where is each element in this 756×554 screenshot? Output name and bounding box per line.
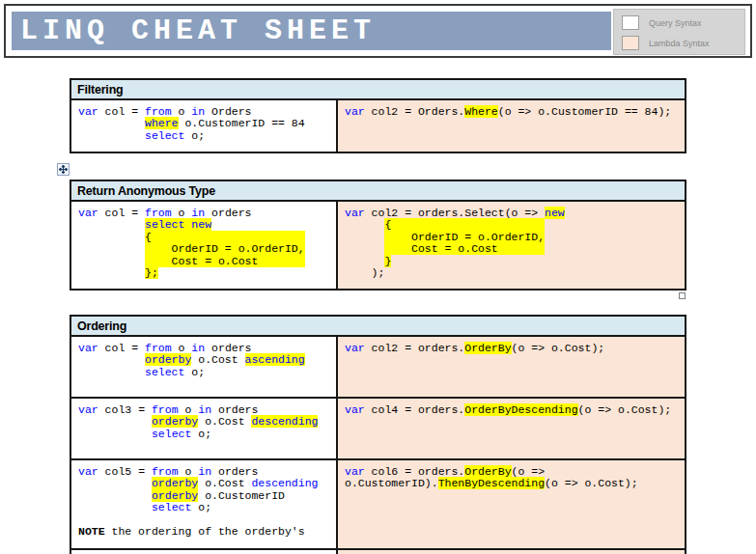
highlighted-code-token: orderby bbox=[152, 477, 198, 489]
lambda-code bbox=[338, 550, 685, 554]
code-token: in bbox=[191, 105, 205, 118]
code-token: select bbox=[152, 428, 191, 440]
section-title: Return Anonymous Type bbox=[77, 184, 215, 198]
code-token: var bbox=[78, 207, 98, 219]
lambda-code: var col2 = Orders.Where(o => o.CustomerI… bbox=[338, 100, 685, 118]
code-token: col = bbox=[98, 207, 145, 219]
code-token: ); bbox=[345, 266, 384, 279]
code-token bbox=[78, 129, 145, 142]
highlighted-code-token: OrderByDescending bbox=[464, 403, 577, 416]
code-token: o.CustomerID == 84 bbox=[179, 117, 305, 129]
lambda-code-cell[interactable]: var col2 = Orders.Where(o => o.CustomerI… bbox=[338, 100, 685, 152]
code-token: from bbox=[145, 105, 172, 118]
code-token bbox=[78, 242, 145, 255]
highlighted-code-token: Cost = o.Cost bbox=[384, 242, 545, 255]
lambda-code: var col2 = orders.Select(o => new { Orde… bbox=[338, 202, 685, 279]
code-token: var bbox=[345, 207, 365, 219]
highlighted-code-token: new bbox=[545, 207, 565, 219]
lambda-code-cell[interactable]: var col2 = orders.Select(o => new { Orde… bbox=[338, 202, 685, 289]
highlighted-code-token: select new bbox=[145, 218, 211, 231]
code-token: col6 = orders. bbox=[365, 465, 465, 478]
code-token: from bbox=[145, 342, 172, 354]
lambda-code: var col4 = orders.OrderByDescending(o =>… bbox=[338, 399, 685, 416]
code-token: orders bbox=[211, 403, 258, 416]
query-code-cell[interactable]: var col5 = from o in orders orderby o.Co… bbox=[71, 460, 338, 548]
section-header-filtering[interactable]: Filtering bbox=[71, 80, 685, 100]
code-token: o.Cost bbox=[198, 477, 251, 489]
code-token bbox=[78, 266, 145, 279]
query-code-cell[interactable] bbox=[71, 550, 338, 554]
query-code-cell[interactable]: var col = from o in orders orderby o.Cos… bbox=[71, 337, 338, 397]
code-token: from bbox=[152, 403, 179, 416]
query-code-cell[interactable]: var col3 = from o in orders orderby o.Co… bbox=[71, 399, 338, 458]
lambda-code-cell[interactable]: var col4 = orders.OrderByDescending(o =>… bbox=[338, 399, 685, 458]
lambda-code-cell[interactable]: var col6 = orders.OrderBy(o => o.Custome… bbox=[338, 460, 685, 548]
query-code: var col = from o in orders orderby o.Cos… bbox=[71, 337, 336, 378]
code-token bbox=[345, 242, 384, 255]
code-token: var bbox=[345, 105, 365, 118]
highlighted-code-token: where bbox=[145, 117, 179, 129]
code-token: in bbox=[191, 342, 205, 354]
query-code-cell[interactable]: var col = from o in Orders where o.Custo… bbox=[71, 100, 338, 152]
code-token: o; bbox=[184, 366, 205, 378]
query-code: var col3 = from o in orders orderby o.Co… bbox=[71, 399, 336, 440]
lambda-syntax-swatch bbox=[622, 36, 639, 50]
code-token: Orders bbox=[205, 105, 251, 118]
code-token bbox=[78, 489, 152, 502]
table-move-handle-icon[interactable] bbox=[57, 163, 70, 176]
code-token: from bbox=[145, 207, 172, 219]
code-token: (o => o.CustomerID == 84); bbox=[498, 105, 671, 118]
table-resize-handle-icon[interactable] bbox=[679, 292, 686, 299]
code-token: col4 = orders. bbox=[365, 403, 465, 416]
code-token bbox=[345, 255, 384, 267]
query-code-cell[interactable]: var col = from o in orders select new { … bbox=[71, 202, 338, 289]
legend-item-lambda: Lambda Syntax bbox=[622, 36, 710, 50]
code-token: var bbox=[345, 465, 365, 478]
code-token: descending bbox=[251, 477, 318, 489]
code-token: o.Cost bbox=[191, 353, 244, 366]
example-row: var col3 = from o in orders orderby o.Co… bbox=[71, 397, 685, 458]
lambda-code-cell[interactable]: var col2 = orders.OrderBy(o => o.Cost); bbox=[338, 337, 685, 397]
code-token bbox=[78, 353, 145, 366]
code-token bbox=[78, 231, 145, 243]
legend-item-query: Query Syntax bbox=[622, 15, 702, 30]
code-token: o; bbox=[184, 129, 205, 142]
code-token bbox=[78, 415, 152, 428]
code-token: var bbox=[78, 342, 98, 354]
code-token: var bbox=[345, 403, 365, 416]
code-token bbox=[345, 218, 384, 231]
highlighted-code-token: }; bbox=[145, 266, 158, 279]
code-token: orders bbox=[211, 465, 258, 478]
highlighted-code-token: ascending bbox=[245, 353, 305, 366]
code-token: the ordering of the orderby's bbox=[105, 525, 305, 538]
section-header-ordering[interactable]: Ordering bbox=[71, 317, 685, 337]
code-token: orders bbox=[205, 342, 251, 354]
code-token: col2 = Orders. bbox=[365, 105, 465, 118]
highlighted-code-token: ThenByDescending bbox=[438, 477, 545, 489]
syntax-legend: Query Syntax Lambda Syntax bbox=[613, 9, 745, 55]
highlighted-code-token: orderby bbox=[152, 415, 198, 428]
code-token: col3 = bbox=[98, 403, 152, 416]
code-token: o; bbox=[191, 501, 211, 513]
code-token: o bbox=[172, 207, 192, 219]
highlighted-code-token: OrderID = o.OrderID, bbox=[384, 231, 545, 243]
query-code: var col5 = from o in orders orderby o.Co… bbox=[71, 460, 336, 538]
highlighted-code-token: } bbox=[384, 255, 391, 267]
query-syntax-swatch bbox=[622, 15, 639, 30]
lambda-code-cell[interactable] bbox=[338, 550, 685, 554]
legend-label-query: Query Syntax bbox=[649, 18, 702, 28]
code-token: col5 = bbox=[98, 465, 152, 478]
code-token: o; bbox=[191, 428, 211, 440]
page-title: LINQ CHEAT SHEET bbox=[12, 14, 376, 47]
section-table-return-anonymous-type: Return Anonymous Typevar col = from o in… bbox=[70, 180, 686, 291]
highlighted-code-token: OrderBy bbox=[464, 465, 511, 478]
query-code bbox=[71, 550, 336, 554]
code-token: var bbox=[345, 342, 365, 354]
code-token bbox=[78, 117, 145, 129]
highlighted-code-token: { bbox=[145, 231, 305, 243]
section-table-filtering: Filteringvar col = from o in Orders wher… bbox=[70, 78, 686, 153]
example-row: var col = from o in orders select new { … bbox=[71, 202, 685, 289]
code-token: in bbox=[198, 465, 211, 478]
section-header-return-anonymous-type[interactable]: Return Anonymous Type bbox=[71, 181, 685, 202]
code-token bbox=[78, 477, 152, 489]
